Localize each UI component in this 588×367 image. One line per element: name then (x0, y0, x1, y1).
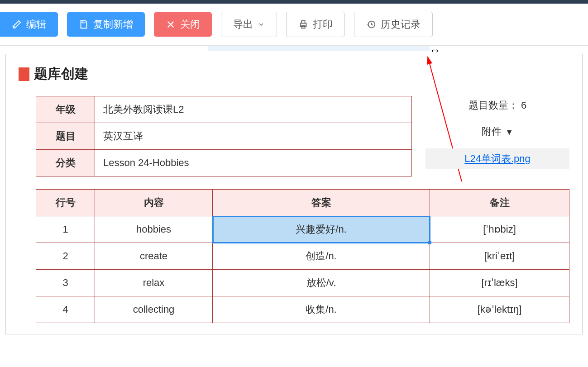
table-row: 2create创造/n.[kriˈeɪt] (36, 243, 569, 270)
cell-rowno[interactable]: 3 (36, 270, 95, 296)
meta-category-value[interactable]: Lesson 24-Hobbies (95, 150, 412, 176)
table-row: 1hobbies兴趣爱好/n.[ˈhɒbiz] (36, 216, 569, 243)
table-row: 3relax放松/v.[rɪˈlæks] (36, 270, 569, 296)
edit-button[interactable]: 编辑 (0, 12, 58, 37)
col-header-remark: 备注 (430, 190, 569, 216)
attachment-toggle[interactable]: 附件 (425, 125, 569, 138)
col-header-answer: 答案 (213, 190, 430, 216)
count-label: 题目数量： (468, 100, 518, 111)
cell-answer[interactable]: 放松/v. (213, 270, 430, 296)
table-header-row: 行号 内容 答案 备注 (36, 190, 569, 216)
toolbar: 编辑 复制新增 关闭 导出 打印 历史记录 (0, 4, 588, 45)
svg-rect-1 (301, 21, 305, 24)
data-table: 行号 内容 答案 备注 1hobbies兴趣爱好/n.[ˈhɒbiz]2crea… (36, 189, 569, 323)
close-button[interactable]: 关闭 (154, 12, 212, 37)
cell-remark[interactable]: [rɪˈlæks] (430, 270, 569, 296)
page-title: 题库创建 (34, 65, 88, 83)
cell-remark[interactable]: [kəˈlektɪŋ] (430, 296, 569, 323)
cell-content[interactable]: hobbies (95, 216, 213, 243)
question-count: 题目数量： 6 (425, 99, 569, 112)
page-wrapper: ↔ 题库创建 年级 北美外教阅读课L2 题目 英汉互译 分类 Lesso (0, 45, 588, 334)
cell-answer[interactable]: 创造/n. (213, 243, 430, 270)
cell-rowno[interactable]: 1 (36, 216, 95, 243)
meta-grade-label: 年级 (36, 96, 95, 123)
cell-answer[interactable]: 兴趣爱好/n. (213, 216, 430, 243)
copy-new-button[interactable]: 复制新增 (67, 12, 145, 37)
attachment-file-link[interactable]: L24单词表.png (425, 148, 569, 169)
attachment-label: 附件 (482, 126, 502, 137)
col-header-content: 内容 (95, 190, 213, 216)
resize-cursor-icon: ↔ (429, 43, 441, 57)
close-button-label: 关闭 (180, 18, 200, 31)
chevron-down-icon (258, 21, 265, 28)
meta-category-label: 分类 (36, 150, 95, 176)
save-copy-icon (79, 19, 89, 29)
cell-content[interactable]: relax (95, 270, 213, 296)
history-button[interactable]: 历史记录 (354, 12, 433, 37)
title-marker-icon (19, 67, 29, 81)
export-button-label: 导出 (233, 18, 253, 31)
form-content: 题库创建 年级 北美外教阅读课L2 题目 英汉互译 分类 Lesson 24-H… (5, 54, 583, 334)
copy-new-button-label: 复制新增 (93, 18, 133, 31)
count-value: 6 (521, 100, 526, 111)
meta-area: 年级 北美外教阅读课L2 题目 英汉互译 分类 Lesson 24-Hobbie… (36, 96, 569, 176)
cell-rowno[interactable]: 2 (36, 243, 95, 270)
cell-answer[interactable]: 收集/n. (213, 296, 430, 323)
close-icon (166, 19, 176, 29)
printer-icon (298, 19, 308, 29)
table-row: 4collecting收集/n.[kəˈlektɪŋ] (36, 296, 569, 323)
meta-grade-value[interactable]: 北美外教阅读课L2 (95, 96, 412, 123)
cell-remark[interactable]: [kriˈeɪt] (430, 243, 569, 270)
history-button-label: 历史记录 (381, 18, 421, 31)
edit-button-label: 编辑 (26, 18, 46, 31)
meta-topic-value[interactable]: 英汉互译 (95, 123, 412, 150)
cell-content[interactable]: collecting (95, 296, 213, 323)
cell-remark[interactable]: [ˈhɒbiz] (430, 216, 569, 243)
page-title-row: 题库创建 (19, 65, 569, 83)
column-resize-handle[interactable]: ↔ (208, 46, 430, 51)
history-icon (366, 19, 376, 29)
export-button[interactable]: 导出 (221, 12, 277, 37)
cell-rowno[interactable]: 4 (36, 296, 95, 323)
pencil-icon (12, 19, 22, 29)
window-topbar (0, 0, 588, 4)
meta-table: 年级 北美外教阅读课L2 题目 英汉互译 分类 Lesson 24-Hobbie… (36, 96, 412, 176)
print-button-label: 打印 (313, 18, 333, 31)
print-button[interactable]: 打印 (286, 12, 345, 37)
side-meta: 题目数量： 6 附件 L24单词表.png (425, 96, 569, 169)
cell-content[interactable]: create (95, 243, 213, 270)
col-header-rowno: 行号 (36, 190, 95, 216)
meta-topic-label: 题目 (36, 123, 95, 150)
